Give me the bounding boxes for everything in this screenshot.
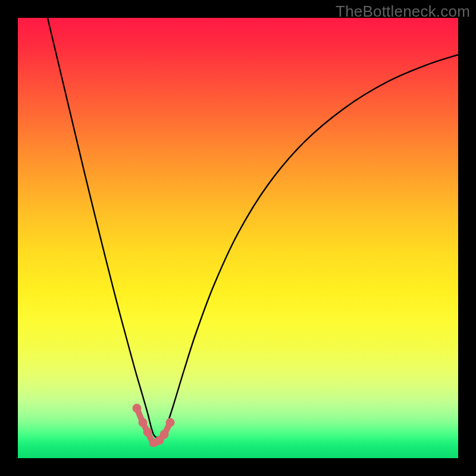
- curve-svg: [18, 18, 458, 458]
- chart-frame: TheBottleneck.com: [0, 0, 476, 476]
- curve-bottom-dots: [133, 404, 175, 447]
- overlay-dot: [143, 428, 152, 437]
- bottleneck-curve: [48, 18, 458, 437]
- overlay-dot: [133, 404, 142, 413]
- plot-area: [18, 18, 458, 458]
- overlay-dot: [160, 430, 169, 439]
- overlay-dot: [139, 418, 148, 427]
- overlay-dot: [166, 418, 175, 427]
